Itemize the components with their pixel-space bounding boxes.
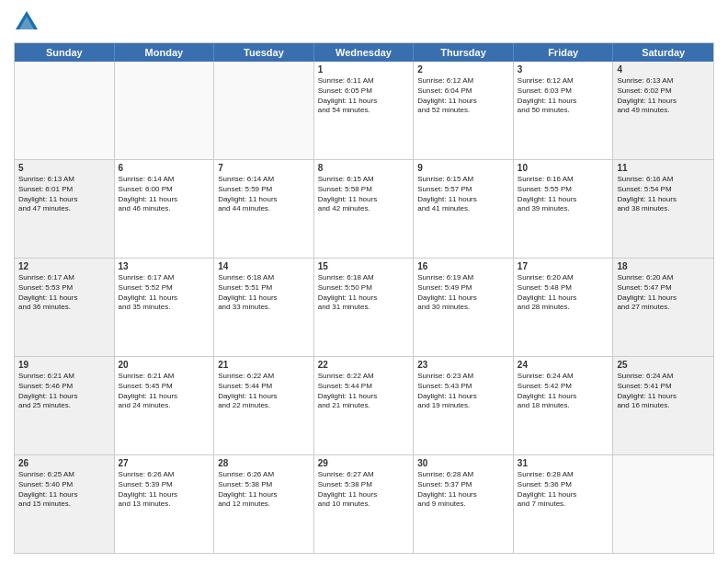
day-info: Sunrise: 6:26 AM Sunset: 5:39 PM Dayligh… xyxy=(119,470,210,510)
header xyxy=(14,9,714,35)
day-number: 25 xyxy=(617,360,710,370)
calendar-cell: 11Sunrise: 6:16 AM Sunset: 5:54 PM Dayli… xyxy=(613,160,713,258)
day-info: Sunrise: 6:15 AM Sunset: 5:58 PM Dayligh… xyxy=(318,175,410,214)
day-info: Sunrise: 6:24 AM Sunset: 5:41 PM Dayligh… xyxy=(617,372,710,411)
day-number: 22 xyxy=(318,360,410,370)
day-number: 12 xyxy=(18,261,110,271)
calendar-cell: 5Sunrise: 6:13 AM Sunset: 6:01 PM Daylig… xyxy=(15,160,115,258)
calendar-week-1: 1Sunrise: 6:11 AM Sunset: 6:05 PM Daylig… xyxy=(15,62,713,160)
day-number: 6 xyxy=(119,163,210,173)
calendar-cell: 2Sunrise: 6:12 AM Sunset: 6:04 PM Daylig… xyxy=(414,62,514,159)
day-number: 31 xyxy=(518,458,609,468)
day-info: Sunrise: 6:16 AM Sunset: 5:54 PM Dayligh… xyxy=(617,175,710,214)
calendar-cell: 14Sunrise: 6:18 AM Sunset: 5:51 PM Dayli… xyxy=(214,259,314,356)
day-number: 21 xyxy=(218,360,310,370)
calendar-cell: 19Sunrise: 6:21 AM Sunset: 5:46 PM Dayli… xyxy=(15,357,115,454)
day-info: Sunrise: 6:15 AM Sunset: 5:57 PM Dayligh… xyxy=(417,175,509,214)
day-info: Sunrise: 6:21 AM Sunset: 5:46 PM Dayligh… xyxy=(18,372,110,411)
day-info: Sunrise: 6:17 AM Sunset: 5:53 PM Dayligh… xyxy=(18,273,110,313)
day-info: Sunrise: 6:25 AM Sunset: 5:40 PM Dayligh… xyxy=(18,470,110,510)
day-info: Sunrise: 6:13 AM Sunset: 6:01 PM Dayligh… xyxy=(18,175,110,214)
calendar-cell xyxy=(15,62,115,159)
calendar-cell: 3Sunrise: 6:12 AM Sunset: 6:03 PM Daylig… xyxy=(514,62,614,159)
day-info: Sunrise: 6:24 AM Sunset: 5:42 PM Dayligh… xyxy=(518,372,609,411)
calendar-cell: 4Sunrise: 6:13 AM Sunset: 6:02 PM Daylig… xyxy=(613,62,713,159)
calendar-cell: 16Sunrise: 6:19 AM Sunset: 5:49 PM Dayli… xyxy=(414,259,514,356)
day-info: Sunrise: 6:28 AM Sunset: 5:36 PM Dayligh… xyxy=(518,470,609,510)
calendar-cell xyxy=(214,62,314,159)
calendar-week-5: 26Sunrise: 6:25 AM Sunset: 5:40 PM Dayli… xyxy=(15,455,713,553)
calendar-cell: 13Sunrise: 6:17 AM Sunset: 5:52 PM Dayli… xyxy=(115,259,215,356)
day-number: 17 xyxy=(518,261,609,271)
day-number: 14 xyxy=(218,261,310,271)
day-info: Sunrise: 6:13 AM Sunset: 6:02 PM Dayligh… xyxy=(617,76,710,116)
day-info: Sunrise: 6:12 AM Sunset: 6:04 PM Dayligh… xyxy=(417,76,509,116)
day-number: 4 xyxy=(617,64,710,75)
day-number: 30 xyxy=(417,458,509,468)
calendar-cell: 8Sunrise: 6:15 AM Sunset: 5:58 PM Daylig… xyxy=(314,160,415,258)
day-number: 23 xyxy=(417,360,509,370)
calendar-header: SundayMondayTuesdayWednesdayThursdayFrid… xyxy=(15,43,713,62)
day-info: Sunrise: 6:18 AM Sunset: 5:51 PM Dayligh… xyxy=(218,273,310,313)
day-number: 15 xyxy=(318,261,410,271)
day-info: Sunrise: 6:17 AM Sunset: 5:52 PM Dayligh… xyxy=(119,273,210,313)
day-info: Sunrise: 6:19 AM Sunset: 5:49 PM Dayligh… xyxy=(417,273,509,313)
calendar-cell: 25Sunrise: 6:24 AM Sunset: 5:41 PM Dayli… xyxy=(613,357,713,454)
calendar-cell: 9Sunrise: 6:15 AM Sunset: 5:57 PM Daylig… xyxy=(414,160,514,258)
day-number: 29 xyxy=(318,458,410,468)
calendar-cell xyxy=(613,455,713,553)
day-info: Sunrise: 6:16 AM Sunset: 5:55 PM Dayligh… xyxy=(518,175,609,214)
day-info: Sunrise: 6:26 AM Sunset: 5:38 PM Dayligh… xyxy=(218,470,310,510)
day-info: Sunrise: 6:14 AM Sunset: 6:00 PM Dayligh… xyxy=(119,175,210,214)
header-day-thursday: Thursday xyxy=(414,43,514,62)
day-info: Sunrise: 6:14 AM Sunset: 5:59 PM Dayligh… xyxy=(218,175,310,214)
calendar-cell xyxy=(115,62,215,159)
logo-icon xyxy=(14,9,40,35)
day-number: 20 xyxy=(119,360,210,370)
day-number: 2 xyxy=(417,64,509,75)
calendar-cell: 21Sunrise: 6:22 AM Sunset: 5:44 PM Dayli… xyxy=(214,357,314,454)
day-number: 19 xyxy=(18,360,110,370)
day-number: 5 xyxy=(18,163,110,173)
calendar-cell: 6Sunrise: 6:14 AM Sunset: 6:00 PM Daylig… xyxy=(115,160,215,258)
calendar-cell: 31Sunrise: 6:28 AM Sunset: 5:36 PM Dayli… xyxy=(514,455,614,553)
logo xyxy=(14,9,43,35)
calendar-cell: 29Sunrise: 6:27 AM Sunset: 5:38 PM Dayli… xyxy=(314,455,415,553)
calendar-cell: 7Sunrise: 6:14 AM Sunset: 5:59 PM Daylig… xyxy=(214,160,314,258)
day-info: Sunrise: 6:22 AM Sunset: 5:44 PM Dayligh… xyxy=(218,372,310,411)
calendar-cell: 26Sunrise: 6:25 AM Sunset: 5:40 PM Dayli… xyxy=(15,455,115,553)
calendar-cell: 10Sunrise: 6:16 AM Sunset: 5:55 PM Dayli… xyxy=(514,160,614,258)
calendar-cell: 15Sunrise: 6:18 AM Sunset: 5:50 PM Dayli… xyxy=(314,259,415,356)
day-info: Sunrise: 6:20 AM Sunset: 5:47 PM Dayligh… xyxy=(617,273,710,313)
calendar-cell: 30Sunrise: 6:28 AM Sunset: 5:37 PM Dayli… xyxy=(414,455,514,553)
calendar-cell: 1Sunrise: 6:11 AM Sunset: 6:05 PM Daylig… xyxy=(314,62,415,159)
calendar-body: 1Sunrise: 6:11 AM Sunset: 6:05 PM Daylig… xyxy=(15,62,713,553)
calendar-cell: 20Sunrise: 6:21 AM Sunset: 5:45 PM Dayli… xyxy=(115,357,215,454)
calendar-cell: 24Sunrise: 6:24 AM Sunset: 5:42 PM Dayli… xyxy=(514,357,614,454)
day-number: 24 xyxy=(518,360,609,370)
header-day-wednesday: Wednesday xyxy=(314,43,415,62)
day-number: 8 xyxy=(318,163,410,173)
header-day-tuesday: Tuesday xyxy=(214,43,314,62)
day-info: Sunrise: 6:12 AM Sunset: 6:03 PM Dayligh… xyxy=(518,76,609,116)
calendar-week-4: 19Sunrise: 6:21 AM Sunset: 5:46 PM Dayli… xyxy=(15,357,713,455)
day-info: Sunrise: 6:22 AM Sunset: 5:44 PM Dayligh… xyxy=(318,372,410,411)
calendar-week-2: 5Sunrise: 6:13 AM Sunset: 6:01 PM Daylig… xyxy=(15,160,713,259)
calendar-cell: 28Sunrise: 6:26 AM Sunset: 5:38 PM Dayli… xyxy=(214,455,314,553)
calendar-week-3: 12Sunrise: 6:17 AM Sunset: 5:53 PM Dayli… xyxy=(15,259,713,357)
day-info: Sunrise: 6:28 AM Sunset: 5:37 PM Dayligh… xyxy=(417,470,509,510)
day-number: 10 xyxy=(518,163,609,173)
day-info: Sunrise: 6:20 AM Sunset: 5:48 PM Dayligh… xyxy=(518,273,609,313)
calendar-cell: 22Sunrise: 6:22 AM Sunset: 5:44 PM Dayli… xyxy=(314,357,415,454)
day-number: 27 xyxy=(119,458,210,468)
header-day-friday: Friday xyxy=(514,43,614,62)
header-day-saturday: Saturday xyxy=(613,43,713,62)
day-number: 18 xyxy=(617,261,710,271)
day-number: 1 xyxy=(318,64,410,75)
day-number: 11 xyxy=(617,163,710,173)
calendar-cell: 12Sunrise: 6:17 AM Sunset: 5:53 PM Dayli… xyxy=(15,259,115,356)
day-number: 28 xyxy=(218,458,310,468)
day-number: 9 xyxy=(417,163,509,173)
day-number: 13 xyxy=(119,261,210,271)
day-info: Sunrise: 6:23 AM Sunset: 5:43 PM Dayligh… xyxy=(417,372,509,411)
